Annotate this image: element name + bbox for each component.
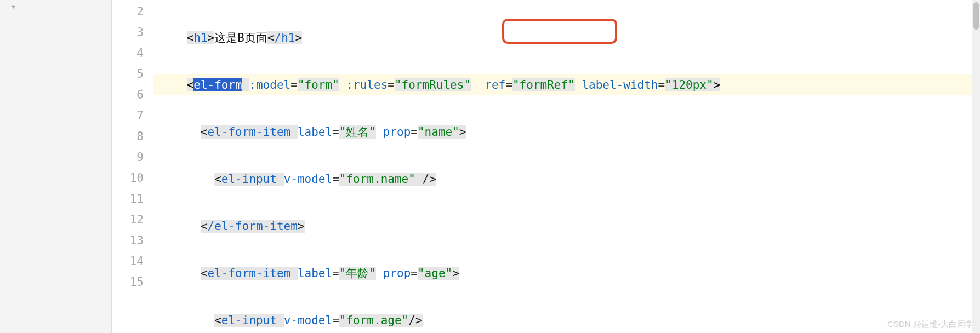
- code-line[interactable]: <el-input v-model="form.age"/>: [153, 310, 980, 331]
- line-number[interactable]: 4: [112, 43, 153, 64]
- line-number[interactable]: 5: [112, 64, 153, 84]
- line-number[interactable]: 10: [112, 168, 153, 188]
- code-line-current[interactable]: <el-form :model="form" :rules="formRules…: [153, 74, 980, 95]
- code-line[interactable]: <h1>这是B页面</h1>: [153, 27, 980, 48]
- vertical-scrollbar[interactable]: [972, 0, 980, 333]
- line-number[interactable]: 15: [112, 272, 153, 292]
- line-number[interactable]: 8: [112, 126, 153, 147]
- line-number[interactable]: 11: [112, 188, 153, 209]
- project-sidebar: ▾: [0, 0, 112, 333]
- code-line[interactable]: <el-form-item label="年龄" prop="age">: [153, 263, 980, 284]
- line-number[interactable]: 7: [112, 105, 153, 126]
- caret-icon[interactable]: ▾: [0, 0, 111, 13]
- line-number[interactable]: 12: [112, 209, 153, 230]
- watermark: CSDN @运维-大白同学: [887, 319, 973, 330]
- line-number-gutter: 2 3 4 5 6 7 8 9 10 11 12 13 14 15: [112, 0, 153, 333]
- scrollbar-thumb[interactable]: [973, 2, 979, 30]
- code-line[interactable]: <el-form-item label="姓名" prop="name">: [153, 122, 980, 142]
- line-number[interactable]: 6: [112, 84, 153, 105]
- code-line[interactable]: </el-form-item>: [153, 216, 980, 237]
- line-number[interactable]: 2: [112, 1, 153, 22]
- line-number[interactable]: 3: [112, 22, 153, 43]
- code-editor[interactable]: <h1>这是B页面</h1> <el-form :model="form" :r…: [153, 0, 980, 333]
- code-line[interactable]: <el-input v-model="form.name" />: [153, 169, 980, 190]
- line-number[interactable]: 13: [112, 230, 153, 251]
- line-number[interactable]: 9: [112, 147, 153, 168]
- line-number[interactable]: 14: [112, 251, 153, 272]
